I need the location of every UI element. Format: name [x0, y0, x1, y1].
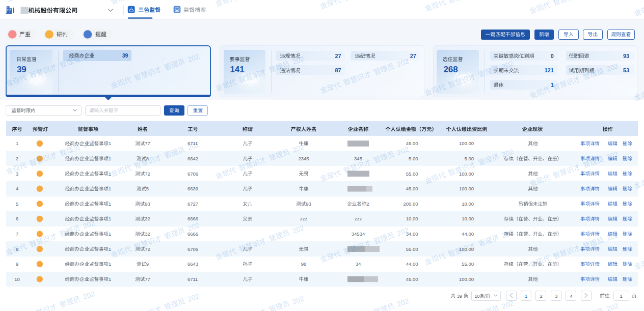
- svg-text:55.00: 55.00: [406, 171, 418, 177]
- svg-text:7: 7: [16, 231, 18, 237]
- svg-text:6706: 6706: [187, 246, 198, 252]
- svg-text:2: 2: [366, 201, 369, 207]
- svg-text:10.00: 10.00: [406, 216, 418, 221]
- svg-text:45.00: 45.00: [406, 186, 418, 191]
- svg-text:1: 1: [109, 276, 111, 282]
- svg-text:45.00: 45.00: [406, 140, 418, 146]
- svg-text:10.00: 10.00: [462, 216, 474, 221]
- svg-text:77: 77: [145, 276, 150, 282]
- svg-text:5: 5: [146, 186, 149, 191]
- svg-text:53: 53: [623, 67, 629, 73]
- svg-text:32: 32: [145, 231, 150, 237]
- svg-text:72: 72: [145, 246, 150, 252]
- svg-text:zzz: zzz: [355, 216, 362, 221]
- svg-text:10: 10: [14, 276, 20, 282]
- svg-text:/: /: [485, 294, 486, 299]
- svg-text:100.00: 100.00: [459, 276, 474, 282]
- svg-text:93: 93: [306, 201, 311, 207]
- svg-text:10.00: 10.00: [462, 201, 474, 207]
- svg-text:34: 34: [356, 261, 361, 267]
- svg-text:3: 3: [555, 293, 557, 299]
- svg-text:2: 2: [16, 156, 18, 161]
- svg-text:27: 27: [335, 53, 341, 59]
- svg-text:1: 1: [16, 140, 18, 146]
- svg-text:5.00: 5.00: [465, 156, 474, 161]
- svg-text:10: 10: [475, 294, 480, 299]
- svg-text:1: 1: [525, 293, 527, 299]
- svg-text:200.00: 200.00: [403, 201, 418, 207]
- svg-text:77: 77: [145, 140, 150, 146]
- svg-text:1: 1: [109, 201, 111, 207]
- svg-text:32: 32: [145, 216, 150, 221]
- svg-text:1: 1: [109, 261, 111, 267]
- svg-text:100.00: 100.00: [459, 140, 474, 146]
- svg-text:39: 39: [457, 293, 463, 299]
- svg-text:72: 72: [145, 171, 150, 177]
- svg-text:6639: 6639: [187, 186, 198, 191]
- svg-text:100.00: 100.00: [459, 171, 474, 177]
- svg-text:1: 1: [109, 140, 111, 146]
- svg-text:44.00: 44.00: [462, 231, 474, 237]
- svg-text:45.00: 45.00: [406, 276, 418, 282]
- svg-text:1: 1: [109, 231, 111, 237]
- svg-text:39: 39: [122, 52, 128, 59]
- svg-text:6706: 6706: [187, 171, 198, 177]
- svg-text:1: 1: [109, 246, 111, 252]
- svg-text:6642: 6642: [187, 156, 198, 161]
- svg-text:34534: 34534: [352, 231, 365, 237]
- svg-text:44.00: 44.00: [406, 261, 418, 267]
- svg-text:93: 93: [623, 53, 629, 59]
- svg-text:4: 4: [570, 293, 572, 299]
- svg-text:6643: 6643: [187, 261, 198, 267]
- svg-text:5: 5: [16, 201, 18, 207]
- svg-text:2345: 2345: [298, 156, 309, 161]
- svg-text:9: 9: [16, 261, 18, 267]
- svg-text:100.00: 100.00: [459, 186, 474, 191]
- svg-text:1: 1: [620, 293, 623, 299]
- svg-text:6711: 6711: [187, 276, 198, 282]
- svg-text:1: 1: [109, 156, 111, 161]
- svg-text:55.00: 55.00: [462, 261, 474, 267]
- svg-text:6727: 6727: [187, 201, 198, 207]
- svg-text:27: 27: [410, 53, 416, 59]
- svg-text:0: 0: [551, 53, 554, 59]
- svg-text:87: 87: [335, 67, 341, 73]
- svg-text:1: 1: [109, 171, 111, 177]
- svg-text:5.00: 5.00: [409, 156, 418, 161]
- svg-text:100.00: 100.00: [459, 246, 474, 252]
- svg-text:2: 2: [540, 293, 542, 299]
- svg-text:93: 93: [145, 201, 150, 207]
- svg-text:4: 4: [16, 186, 18, 191]
- svg-text:3: 3: [16, 171, 18, 177]
- svg-text:121: 121: [545, 67, 554, 73]
- svg-text:98: 98: [301, 261, 307, 267]
- svg-text:1: 1: [109, 216, 111, 221]
- svg-text:55.00: 55.00: [406, 246, 418, 252]
- svg-text:1: 1: [109, 186, 111, 191]
- svg-text:6666: 6666: [187, 216, 198, 221]
- svg-text:345: 345: [354, 156, 362, 161]
- svg-text:zzz: zzz: [300, 216, 308, 221]
- svg-text:6: 6: [16, 216, 18, 221]
- svg-text:9: 9: [146, 261, 149, 267]
